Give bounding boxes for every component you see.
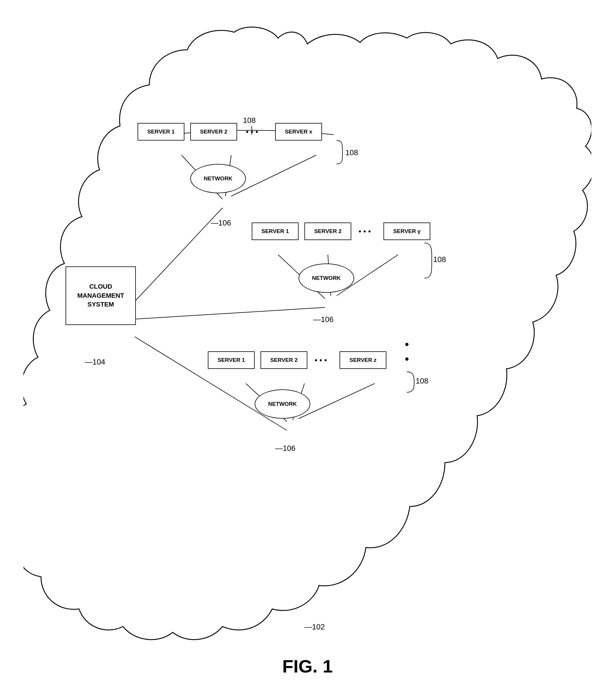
svg-text:•: • (405, 338, 409, 351)
top-server2-box: SERVER 2 (190, 123, 237, 140)
mid-server2-box: SERVER 2 (304, 223, 351, 240)
top-serverx-box: SERVER x (275, 123, 322, 140)
top-serverx-label: SERVER x (285, 128, 312, 135)
svg-text:•: • (405, 352, 409, 365)
top-server1-box: SERVER 1 (138, 123, 185, 140)
mid-dots-label: • • • (359, 227, 371, 236)
cloud-management-system-box: CLOUD MANAGEMENT SYSTEM (65, 266, 136, 325)
mid-server1-label: SERVER 1 (261, 228, 289, 235)
mid-servery-label: SERVER y (393, 228, 421, 235)
svg-text:108: 108 (416, 376, 428, 385)
bot-dots-label: • • • (315, 356, 327, 365)
diagram-container: • • —104 —106 —106 —106 108 108 108 108 … (23, 12, 591, 656)
top-server2-label: SERVER 2 (200, 128, 227, 135)
svg-text:—106: —106 (313, 315, 334, 324)
bot-network-ellipse: NETWORK (255, 389, 310, 418)
mid-server1-box: SERVER 1 (252, 223, 299, 240)
figure-caption: FIG. 1 (282, 656, 332, 677)
mid-server2-label: SERVER 2 (314, 228, 342, 235)
svg-text:—102: —102 (304, 622, 325, 631)
svg-text:108: 108 (243, 116, 255, 125)
mid-network-label: NETWORK (312, 275, 341, 282)
top-network-ellipse: NETWORK (190, 164, 246, 193)
bot-server2-label: SERVER 2 (270, 357, 298, 363)
bot-server2-box: SERVER 2 (261, 351, 308, 369)
mid-network-ellipse: NETWORK (299, 263, 354, 293)
svg-text:—106: —106 (211, 218, 231, 227)
top-network-label: NETWORK (204, 175, 233, 182)
top-server1-label: SERVER 1 (147, 128, 175, 135)
bot-serverz-box: SERVER z (340, 351, 386, 369)
bot-server1-box: SERVER 1 (208, 351, 255, 369)
svg-text:—106: —106 (275, 444, 296, 453)
bot-serverz-label: SERVER z (350, 357, 377, 363)
svg-text:108: 108 (346, 148, 358, 157)
svg-text:108: 108 (433, 255, 446, 264)
top-dots-label: • • • (246, 127, 258, 136)
cms-label: CLOUD MANAGEMENT SYSTEM (77, 282, 124, 309)
mid-servery-box: SERVER y (384, 223, 430, 240)
bot-server1-label: SERVER 1 (217, 357, 245, 363)
svg-text:—104: —104 (85, 358, 105, 366)
bot-network-label: NETWORK (268, 401, 297, 407)
